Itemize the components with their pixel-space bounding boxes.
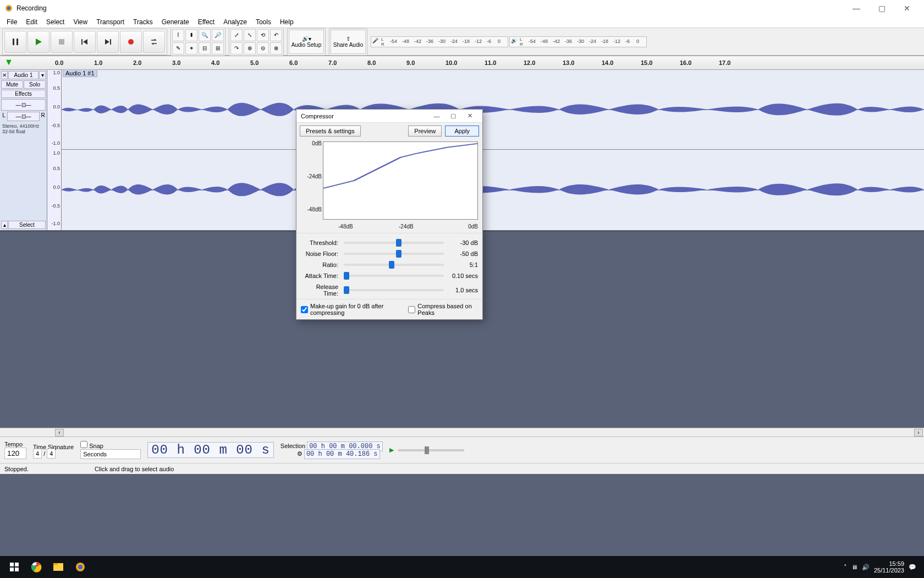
menu-help[interactable]: Help <box>276 17 298 27</box>
loop-button[interactable] <box>143 31 165 53</box>
apply-button[interactable]: Apply <box>445 126 479 137</box>
play-button[interactable] <box>28 31 50 53</box>
play-speed-button[interactable]: ▶ <box>389 446 394 454</box>
effects-button[interactable]: Effects <box>1 90 46 98</box>
slider-thumb[interactable] <box>396 239 402 247</box>
minimize-button[interactable]: ― <box>844 0 869 17</box>
dialog-minimize-button[interactable]: ― <box>428 113 445 119</box>
menu-generate[interactable]: Generate <box>157 17 194 27</box>
slider-track[interactable] <box>344 253 444 255</box>
taskbar-chrome-icon[interactable] <box>25 556 47 578</box>
fit-project-icon[interactable]: ⤡ <box>244 29 256 41</box>
skip-start-button[interactable] <box>74 31 96 53</box>
slider-thumb[interactable] <box>389 261 394 269</box>
skip-end-button[interactable] <box>97 31 119 53</box>
tray-monitor-icon[interactable]: 🖥 <box>851 564 857 570</box>
time-display[interactable]: 00 h 00 m 00 s <box>147 442 274 458</box>
silence-tool[interactable]: ⊞ <box>212 42 224 54</box>
track-name[interactable]: Audio 1 <box>8 71 38 79</box>
slider-track[interactable] <box>344 242 444 244</box>
preview-button[interactable]: Preview <box>408 126 442 137</box>
timeline-ruler[interactable]: ▼ 0.01.02.03.04.05.06.07.08.09.010.011.0… <box>0 56 924 70</box>
zoom-out-tool[interactable]: 🔎 <box>212 29 224 41</box>
timesig-numerator[interactable]: 4 <box>33 449 42 459</box>
trim-tool[interactable]: ⊟ <box>199 42 211 54</box>
menu-view[interactable]: View <box>69 17 92 27</box>
close-button[interactable]: ✕ <box>894 0 920 17</box>
audio-setup-button[interactable]: 🔊▾ Audio Setup <box>289 30 324 54</box>
dialog-maximize-button[interactable]: ▢ <box>445 112 461 119</box>
gear-icon[interactable]: ⚙ <box>280 450 302 457</box>
selection-end[interactable]: 00 h 00 m 40.186 s <box>304 449 380 459</box>
windows-taskbar[interactable]: ˄ 🖥 🔊 15:59 25/11/2023 💬 <box>0 556 924 578</box>
menu-tracks[interactable]: Tracks <box>129 17 157 27</box>
speed-slider[interactable] <box>398 449 464 451</box>
menu-edit[interactable]: Edit <box>21 17 42 27</box>
dialog-titlebar[interactable]: Compressor ― ▢ ✕ <box>296 110 482 123</box>
waveform-canvas[interactable]: Audio 1 #1 <box>62 70 924 230</box>
scroll-left-icon[interactable]: ‹ <box>55 429 64 437</box>
slider-track[interactable] <box>344 264 444 266</box>
snap-checkbox[interactable] <box>80 441 87 448</box>
mute-button[interactable]: Mute <box>1 80 23 89</box>
stop-button[interactable] <box>51 31 73 53</box>
makeup-gain-checkbox[interactable]: Make-up gain for 0 dB after compressing <box>301 303 402 316</box>
menu-tools[interactable]: Tools <box>251 17 276 27</box>
slider-track[interactable] <box>344 275 444 277</box>
taskbar-explorer-icon[interactable] <box>47 556 69 578</box>
menu-transport[interactable]: Transport <box>92 17 129 27</box>
solo-button[interactable]: Solo <box>24 80 46 89</box>
slider-value: 1.0 secs <box>449 287 478 293</box>
record-button[interactable] <box>120 31 142 53</box>
maximize-button[interactable]: ▢ <box>869 0 894 17</box>
gain-slider[interactable]: —⊡— <box>1 99 46 111</box>
zoom-toggle-icon[interactable]: ⟲ <box>257 29 269 41</box>
tempo-input[interactable] <box>4 448 26 459</box>
menu-file[interactable]: File <box>2 17 21 27</box>
track-menu-icon[interactable]: ▾ <box>39 71 46 79</box>
tray-notifications-icon[interactable]: 💬 <box>909 564 916 571</box>
snap-unit-select[interactable]: Seconds <box>80 449 141 459</box>
selection-tool[interactable]: I <box>172 29 184 41</box>
draw-tool[interactable]: ✎ <box>172 42 184 54</box>
taskbar-audacity-icon[interactable] <box>69 556 91 578</box>
compress-peaks-checkbox[interactable]: Compress based on Peaks <box>408 303 478 316</box>
timeline-tick: 0.0 <box>55 59 63 66</box>
slider-thumb[interactable] <box>396 250 402 258</box>
timesig-denominator[interactable]: 4 <box>47 449 56 459</box>
scroll-right-icon[interactable]: › <box>914 429 923 437</box>
pause-button[interactable] <box>4 31 26 53</box>
multi-tool[interactable]: ✶ <box>185 42 197 54</box>
svg-rect-3 <box>16 39 18 45</box>
tray-chevron-icon[interactable]: ˄ <box>844 564 847 571</box>
taskbar-clock[interactable]: 15:59 25/11/2023 <box>874 560 904 574</box>
presets-button[interactable]: Presets & settings <box>300 126 361 137</box>
fit-selection-icon[interactable]: ⤢ <box>230 29 243 41</box>
horizontal-scrollbar[interactable]: ‹ › <box>0 428 924 437</box>
tray-volume-icon[interactable]: 🔊 <box>862 564 870 571</box>
envelope-tool[interactable]: ⬍ <box>185 29 197 41</box>
record-meter[interactable]: 🎤 LR -54 -48 -42 -36 -30 -24 -18 -12 -6 … <box>371 36 508 47</box>
zoom-in-tool[interactable]: 🔍 <box>199 29 211 41</box>
select-track-button[interactable]: Select <box>8 221 46 229</box>
undo-icon[interactable]: ↶ <box>270 29 282 41</box>
extra3-icon[interactable]: ⊗ <box>270 42 282 54</box>
menu-select[interactable]: Select <box>42 17 69 27</box>
start-button[interactable] <box>3 556 25 578</box>
track-close-button[interactable]: ✕ <box>1 71 8 79</box>
extra1-icon[interactable]: ⊕ <box>244 42 256 54</box>
slider-thumb[interactable] <box>344 272 349 280</box>
menu-effect[interactable]: Effect <box>194 17 219 27</box>
redo-icon[interactable]: ↷ <box>230 42 243 54</box>
playhead-marker-icon[interactable]: ▼ <box>4 57 13 67</box>
pan-slider[interactable]: —⊡— <box>7 112 40 121</box>
audio-setup-group: 🔊▾ Audio Setup <box>287 28 326 56</box>
share-audio-button[interactable]: ⇪ Share Audio <box>331 30 366 54</box>
menu-analyze[interactable]: Analyze <box>219 17 251 27</box>
playback-meter[interactable]: 🔊 LR -54 -48 -42 -36 -30 -24 -18 -12 -6 … <box>509 36 647 47</box>
dialog-close-button[interactable]: ✕ <box>461 112 478 119</box>
slider-thumb[interactable] <box>344 286 349 294</box>
collapse-icon[interactable]: ▴ <box>1 221 8 229</box>
slider-track[interactable] <box>344 289 444 291</box>
extra2-icon[interactable]: ⊖ <box>257 42 269 54</box>
